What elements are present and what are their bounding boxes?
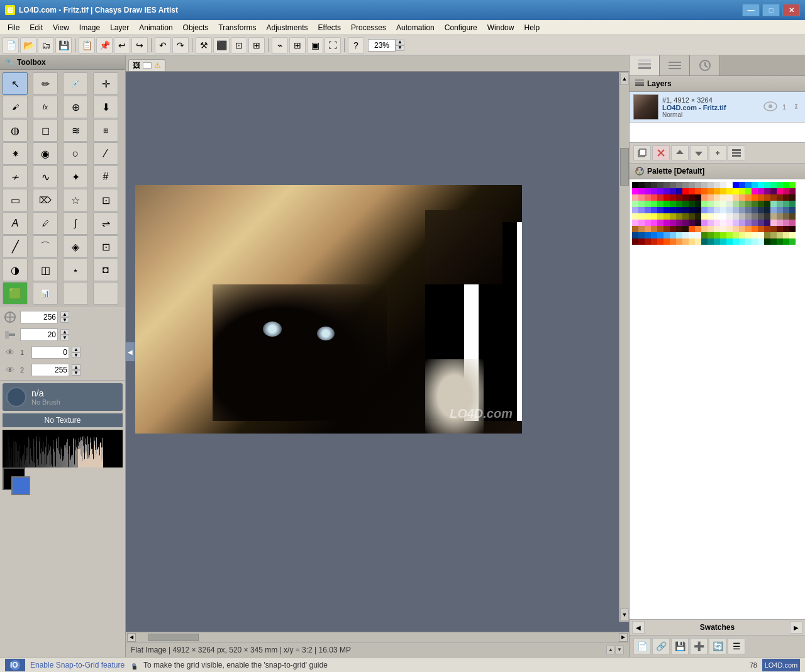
color-swatch[interactable]: [770, 194, 777, 201]
color-swatch[interactable]: [783, 182, 789, 188]
color-swatch[interactable]: [752, 238, 758, 245]
color-swatch[interactable]: [645, 226, 651, 232]
tool-line[interactable]: ╱: [3, 235, 28, 258]
tool-fill[interactable]: ⬇: [93, 96, 118, 118]
color-swatch[interactable]: [720, 207, 726, 213]
color-swatch[interactable]: [632, 188, 638, 194]
color-swatch[interactable]: [670, 182, 676, 188]
prop-input2[interactable]: 20: [20, 328, 58, 341]
color-swatch[interactable]: [752, 220, 758, 226]
tab-layers-icon[interactable]: [630, 55, 660, 76]
color-swatch[interactable]: [645, 188, 651, 194]
canvas-scrollbar-h[interactable]: ◀ ▶: [126, 632, 629, 642]
color-swatch[interactable]: [739, 201, 745, 207]
color-swatch[interactable]: [733, 238, 739, 245]
toolbar-new[interactable]: 📄: [3, 37, 19, 53]
color-swatch[interactable]: [695, 207, 701, 213]
color-swatch[interactable]: [682, 201, 689, 207]
color-swatch[interactable]: [657, 201, 663, 207]
color-swatch[interactable]: [733, 188, 739, 194]
toolbar-grid[interactable]: ⊞: [289, 37, 306, 53]
color-swatch[interactable]: [745, 220, 752, 226]
toolbar-undo2[interactable]: ↶: [155, 37, 171, 53]
menu-configure[interactable]: Configure: [440, 22, 482, 33]
color-swatch[interactable]: [632, 238, 638, 245]
color-swatch[interactable]: [701, 226, 708, 232]
color-swatch[interactable]: [720, 220, 726, 226]
color-swatch[interactable]: [770, 188, 777, 194]
prop-up1[interactable]: ▲: [60, 311, 69, 317]
color-swatch[interactable]: [745, 194, 752, 201]
toolbar-crop[interactable]: ⌁: [272, 37, 288, 53]
color-swatch[interactable]: [676, 232, 682, 238]
color-swatch[interactable]: [663, 238, 670, 245]
color-swatch[interactable]: [764, 194, 770, 201]
tool-pointer[interactable]: ↖: [3, 72, 28, 95]
color-swatch[interactable]: [651, 182, 657, 188]
color-swatch[interactable]: [714, 182, 720, 188]
tool-scatter[interactable]: ⁕: [3, 142, 28, 165]
color-swatch[interactable]: [638, 226, 645, 232]
color-swatch[interactable]: [670, 213, 676, 220]
color-swatch[interactable]: [682, 182, 689, 188]
color-swatch[interactable]: [657, 188, 663, 194]
color-swatch[interactable]: [752, 182, 758, 188]
color-swatch[interactable]: [739, 226, 745, 232]
menu-objects[interactable]: Objects: [178, 22, 214, 33]
color-swatch[interactable]: [764, 232, 770, 238]
prop-spinner2[interactable]: ▲ ▼: [60, 329, 69, 340]
color-swatch[interactable]: [739, 220, 745, 226]
color-swatch[interactable]: [682, 213, 689, 220]
color-swatch[interactable]: [638, 238, 645, 245]
color-swatch[interactable]: [739, 188, 745, 194]
color-swatch[interactable]: [645, 194, 651, 201]
color-swatch[interactable]: [745, 182, 752, 188]
color-swatch[interactable]: [638, 201, 645, 207]
tool-warp[interactable]: ≁: [3, 165, 28, 188]
color-swatch[interactable]: [701, 220, 708, 226]
toolbar-paste[interactable]: 📌: [96, 37, 113, 53]
color-swatch[interactable]: [783, 213, 789, 220]
tool-sphere[interactable]: ○: [63, 142, 88, 165]
color-swatch[interactable]: [695, 238, 701, 245]
background-color[interactable]: [11, 476, 30, 495]
toolbar-colors[interactable]: ⬛: [213, 37, 230, 53]
color-swatch[interactable]: [657, 207, 663, 213]
color-swatch[interactable]: [682, 220, 689, 226]
toolbar-resize[interactable]: ⊡: [231, 37, 247, 53]
color-swatch[interactable]: [645, 182, 651, 188]
color-swatch[interactable]: [770, 213, 777, 220]
color-swatch[interactable]: [657, 238, 663, 245]
color-swatch[interactable]: [758, 220, 764, 226]
menu-view[interactable]: View: [48, 22, 74, 33]
close-btn[interactable]: ✕: [782, 4, 800, 16]
color-swatch[interactable]: [733, 194, 739, 201]
color-swatch[interactable]: [733, 226, 739, 232]
color-swatch[interactable]: [695, 226, 701, 232]
tool-select-rect[interactable]: ▭: [3, 189, 28, 211]
color-swatch[interactable]: [663, 188, 670, 194]
color-swatch[interactable]: [726, 201, 733, 207]
menu-help[interactable]: Help: [519, 22, 545, 33]
canvas-scrollbar-v[interactable]: ▲ ▼: [619, 72, 629, 622]
color-swatch[interactable]: [783, 207, 789, 213]
tool-scratch[interactable]: ∕: [93, 142, 118, 165]
tool-smear[interactable]: ≋: [63, 119, 88, 142]
color-swatch[interactable]: [745, 232, 752, 238]
menu-window[interactable]: Window: [482, 22, 519, 33]
color-swatch[interactable]: [752, 207, 758, 213]
color-swatch[interactable]: [682, 232, 689, 238]
color-swatch[interactable]: [789, 220, 796, 226]
color-swatch[interactable]: [708, 213, 714, 220]
color-swatch[interactable]: [670, 207, 676, 213]
color-swatch[interactable]: [645, 238, 651, 245]
color-swatch[interactable]: [663, 226, 670, 232]
scrollbar-thumb-h[interactable]: [148, 634, 199, 641]
color-swatch[interactable]: [726, 232, 733, 238]
color-swatch[interactable]: [689, 213, 695, 220]
toolbar-undo[interactable]: ↩: [114, 37, 130, 53]
tab-list-icon[interactable]: [660, 55, 690, 76]
color-swatch[interactable]: [651, 220, 657, 226]
color-swatch[interactable]: [651, 238, 657, 245]
color-swatch[interactable]: [689, 232, 695, 238]
